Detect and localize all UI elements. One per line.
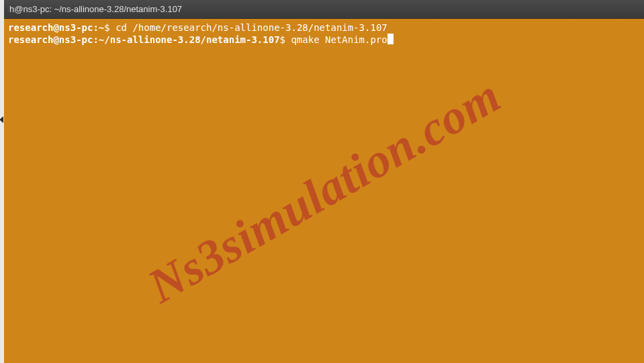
terminal-line: research@ns3-pc:~$ cd /home/research/ns-… [8,22,640,34]
prompt-user: research@ns3-pc: [8,34,99,45]
prompt-dollar: $ [104,22,116,33]
terminal-window: h@ns3-pc: ~/ns-allinone-3.28/netanim-3.1… [4,0,644,363]
command-text: cd /home/research/ns-allinone-3.28/netan… [116,22,387,33]
left-arrow-icon [0,116,3,123]
terminal-line: research@ns3-pc:~/ns-allinone-3.28/netan… [8,34,640,46]
prompt-dollar: $ [280,34,291,45]
watermark-text: Ns3simulation.com [149,86,499,295]
window-titlebar[interactable]: h@ns3-pc: ~/ns-allinone-3.28/netanim-3.1… [4,0,644,19]
window-title: h@ns3-pc: ~/ns-allinone-3.28/netanim-3.1… [9,4,182,14]
terminal-cursor [387,34,394,44]
prompt-path: ~/ns-allinone-3.28/netanim-3.107 [99,34,280,45]
command-text: qmake NetAnim.pro [291,34,387,45]
terminal-body[interactable]: research@ns3-pc:~$ cd /home/research/ns-… [4,19,644,363]
prompt-user: research@ns3-pc: [8,22,99,33]
